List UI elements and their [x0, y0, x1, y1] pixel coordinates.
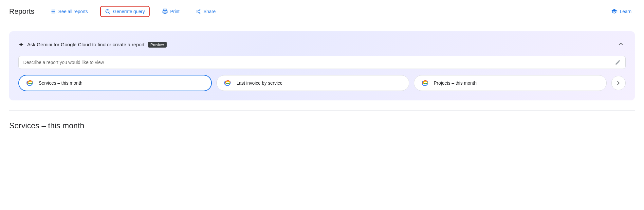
gemini-header: ✦ Ask Gemini for Google Cloud to find or… [18, 39, 626, 50]
gemini-search-input[interactable] [23, 60, 615, 65]
see-all-reports-button[interactable]: See all reports [47, 7, 91, 16]
gemini-collapse-button[interactable] [616, 39, 626, 50]
quick-card-last-invoice[interactable]: Last invoice by service [216, 75, 409, 91]
chevron-up-icon [617, 40, 624, 48]
quick-card-1-label: Services – this month [39, 80, 83, 86]
share-button[interactable]: Share [192, 7, 219, 16]
gemini-section: ✦ Ask Gemini for Google Cloud to find or… [9, 31, 635, 100]
svg-rect-4 [51, 13, 51, 13]
print-icon [162, 9, 168, 14]
quick-cards: Services – this month Last invoice by se… [18, 75, 626, 91]
svg-point-11 [196, 11, 197, 12]
gcloud-logo-2 [223, 79, 232, 87]
svg-line-15 [197, 12, 199, 13]
quick-card-2-label: Last invoice by service [236, 80, 283, 86]
share-icon [195, 9, 201, 14]
svg-marker-16 [612, 9, 617, 12]
list-icon [50, 9, 56, 14]
quick-card-3-label: Projects – this month [434, 80, 477, 86]
svg-point-12 [199, 9, 200, 10]
svg-point-13 [199, 12, 200, 14]
edit-icon [615, 59, 621, 65]
gemini-input-wrap [18, 56, 626, 69]
page-title: Reports [9, 7, 34, 16]
learn-label: Learn [620, 9, 632, 14]
generate-query-label: Generate query [113, 9, 145, 14]
svg-rect-1 [52, 10, 55, 10]
print-label: Print [170, 9, 180, 14]
share-label: Share [203, 9, 215, 14]
learn-icon [611, 8, 617, 15]
svg-rect-0 [51, 10, 51, 10]
see-all-reports-label: See all reports [58, 9, 88, 14]
gemini-heading: Ask Gemini for Google Cloud to find or c… [27, 42, 145, 47]
svg-rect-2 [51, 11, 51, 12]
generate-query-icon [105, 9, 111, 14]
svg-rect-10 [164, 12, 166, 14]
preview-badge: Preview [148, 42, 167, 48]
section-title: Services – this month [0, 111, 644, 130]
sparkles-icon: ✦ [18, 41, 24, 49]
gcloud-logo-3 [421, 79, 430, 87]
generate-query-button[interactable]: Generate query [100, 6, 149, 17]
svg-rect-5 [52, 13, 55, 13]
cards-next-button[interactable] [611, 76, 626, 90]
svg-line-7 [109, 12, 110, 13]
learn-button[interactable]: Learn [608, 6, 635, 17]
svg-line-14 [197, 10, 199, 11]
svg-rect-3 [52, 11, 55, 12]
toolbar: Reports See all reports Generate query P… [0, 0, 644, 23]
chevron-right-icon [615, 80, 622, 86]
print-button[interactable]: Print [159, 7, 183, 16]
quick-card-services-month[interactable]: Services – this month [18, 75, 212, 91]
quick-card-projects-month[interactable]: Projects – this month [414, 75, 607, 91]
gcloud-logo-1 [26, 79, 35, 87]
